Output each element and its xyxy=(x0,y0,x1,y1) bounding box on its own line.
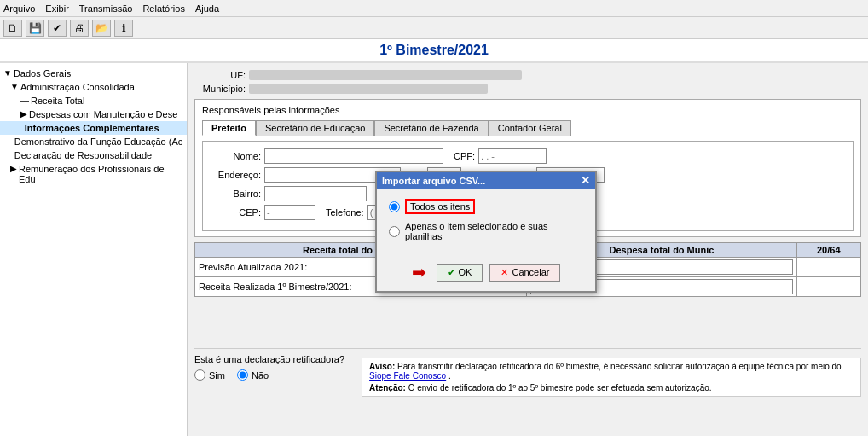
toggle-info xyxy=(20,123,23,132)
nome-label: Nome: xyxy=(210,151,261,161)
nome-row: Nome: CPF: xyxy=(210,148,846,164)
menu-bar: Arquivo Exibir Transmissão Relatórios Aj… xyxy=(0,0,868,17)
sidebar-item-declaracao[interactable]: Declaração de Responsabilidade xyxy=(0,148,187,162)
dialog-body: Todos os itens Apenas o item selecionado… xyxy=(377,189,595,259)
toolbar-info-btn[interactable]: ℹ xyxy=(114,20,133,37)
totals-pagination: 20/64 xyxy=(796,243,860,258)
toggle-admin: ▼ xyxy=(10,82,19,91)
aviso-content: Para transmitir declaração retificadora … xyxy=(397,362,842,371)
toggle-rem: ▶ xyxy=(10,164,17,173)
dialog-option2-row: Apenas o item selecionado e suas planilh… xyxy=(389,221,583,241)
sidebar-item-info-comp[interactable]: Informações Complementares xyxy=(0,121,187,135)
tab-secretario-edu[interactable]: Secretário de Educação xyxy=(256,120,374,136)
menu-transmissao[interactable]: Transmissão xyxy=(79,3,133,14)
tab-prefeito[interactable]: Prefeito xyxy=(202,120,256,136)
declaration-area: Esta é uma declaração retificadora? Sim … xyxy=(194,354,861,397)
sidebar-item-despesas[interactable]: ▶ Despesas com Manutenção e Dese xyxy=(0,108,187,121)
sidebar-label-decl: Declaração de Responsabilidade xyxy=(14,150,152,160)
radio-todos[interactable] xyxy=(389,201,400,212)
radio-nao-label[interactable]: Não xyxy=(237,369,269,381)
endereco-label: Endereço: xyxy=(210,170,261,180)
cpf-label: CPF: xyxy=(454,151,475,161)
sidebar-label-receita: Receita Total xyxy=(31,96,84,106)
cancel-x-icon: ✕ xyxy=(501,267,508,278)
declaration-question-area: Esta é uma declaração retificadora? Sim … xyxy=(194,354,344,381)
sidebar: ▼ Dados Gerais ▼ Administração Consolida… xyxy=(0,63,188,436)
sidebar-item-demonstrativo[interactable]: Demonstrativo da Função Educação (Ac xyxy=(0,135,187,148)
sidebar-label-rem: Remuneração dos Profissionais de Edu xyxy=(19,164,183,184)
toggle-despesas: ▶ xyxy=(20,109,27,119)
dialog-cancel-btn[interactable]: ✕ Cancelar xyxy=(489,264,560,282)
atencao-prefix: Atenção: xyxy=(369,383,406,392)
sidebar-label-dem: Demonstrativo da Função Educação (Ac xyxy=(14,137,183,147)
siope-link[interactable]: Siope Fale Conosco xyxy=(369,371,446,381)
declaration-question: Esta é uma declaração retificadora? xyxy=(194,354,344,364)
aviso-prefix: Aviso: xyxy=(369,362,395,371)
aviso-suffix: . xyxy=(448,371,451,381)
radio-sim[interactable] xyxy=(194,369,205,381)
sidebar-label-info: Informações Complementares xyxy=(25,123,159,133)
cpf-input[interactable] xyxy=(478,148,547,164)
municipio-row: Município: xyxy=(194,84,861,94)
cep-input[interactable] xyxy=(264,205,315,220)
atencao-content: O envio de retificadora do 1º ao 5º bime… xyxy=(408,383,712,392)
radio-apenas-label: Apenas o item selecionado e suas planilh… xyxy=(405,221,583,241)
uf-row: UF: xyxy=(194,70,861,80)
sidebar-item-admin-consolidada[interactable]: ▼ Administração Consolidada xyxy=(0,80,187,94)
municipio-value xyxy=(249,84,488,94)
dialog-titlebar: Importar arquivo CSV... ✕ xyxy=(377,172,595,189)
arrow-icon: ➡ xyxy=(412,262,426,282)
dialog-close-btn[interactable]: ✕ xyxy=(581,175,590,186)
sidebar-item-receita-total[interactable]: — Receita Total xyxy=(0,94,187,108)
atencao-text: Atenção: O envio de retificadora do 1º a… xyxy=(369,383,854,392)
page-title: 1º Bimestre/2021 xyxy=(0,39,868,63)
totals-row2-extra xyxy=(796,277,860,297)
sidebar-item-dados-gerais[interactable]: ▼ Dados Gerais xyxy=(0,67,187,80)
sidebar-label-dados-gerais: Dados Gerais xyxy=(14,68,71,78)
ok-check-icon: ✔ xyxy=(448,267,455,278)
telefone-label: Telefone: xyxy=(326,207,364,218)
menu-relatorios[interactable]: Relatórios xyxy=(142,3,185,14)
bairro-label: Bairro: xyxy=(210,189,261,199)
toggle-receita: — xyxy=(20,96,29,105)
bottom-area: Esta é uma declaração retificadora? Sim … xyxy=(194,348,861,397)
menu-exibir[interactable]: Exibir xyxy=(45,3,69,14)
dialog-title: Importar arquivo CSV... xyxy=(382,176,485,186)
sidebar-item-remuneracao[interactable]: ▶ Remuneração dos Profissionais de Edu xyxy=(0,162,187,186)
toolbar-check-btn[interactable]: ✔ xyxy=(48,20,67,37)
nome-input[interactable] xyxy=(264,148,443,164)
toolbar-new-btn[interactable]: 🗋 xyxy=(3,20,22,37)
csv-dialog: Importar arquivo CSV... ✕ Todos os itens… xyxy=(375,171,597,293)
dialog-ok-btn[interactable]: ✔ OK xyxy=(437,264,483,282)
tab-contador[interactable]: Contador Geral xyxy=(489,120,571,136)
toggle-dem xyxy=(10,137,13,146)
toggle-decl xyxy=(10,150,13,160)
sidebar-label-despesas: Despesas com Manutenção e Dese xyxy=(29,109,177,119)
menu-arquivo[interactable]: Arquivo xyxy=(3,3,35,14)
dialog-option1-row: Todos os itens xyxy=(389,199,583,214)
uf-value xyxy=(249,70,522,80)
totals-row1-extra xyxy=(796,258,860,277)
municipio-label: Município: xyxy=(194,84,246,94)
radio-todos-label: Todos os itens xyxy=(405,199,475,214)
toggle-dados-gerais: ▼ xyxy=(3,68,12,78)
aviso-text: Aviso: Para transmitir declaração retifi… xyxy=(369,362,854,381)
dialog-footer: ➡ ✔ OK ✕ Cancelar xyxy=(377,259,595,291)
radio-row: Sim Não xyxy=(194,369,344,381)
notice-box: Aviso: Para transmitir declaração retifi… xyxy=(362,358,861,397)
responsaveis-title: Responsáveis pelas informações xyxy=(202,105,854,115)
cep-label: CEP: xyxy=(210,207,261,218)
toolbar: 🗋 💾 ✔ 🖨 📂 ℹ xyxy=(0,17,868,39)
tab-secretario-faz[interactable]: Secretário de Fazenda xyxy=(374,120,488,136)
tabs-container: Prefeito Secretário de Educação Secretár… xyxy=(202,120,854,136)
uf-label: UF: xyxy=(194,70,246,80)
toolbar-folder-btn[interactable]: 📂 xyxy=(92,20,111,37)
toolbar-save-btn[interactable]: 💾 xyxy=(26,20,44,37)
radio-nao[interactable] xyxy=(237,369,248,381)
toolbar-print-btn[interactable]: 🖨 xyxy=(70,20,89,37)
sidebar-label-admin: Administração Consolidada xyxy=(20,82,135,92)
menu-ajuda[interactable]: Ajuda xyxy=(195,3,219,14)
bairro-input[interactable] xyxy=(264,186,367,201)
radio-sim-label[interactable]: Sim xyxy=(194,369,225,381)
radio-apenas[interactable] xyxy=(389,226,400,237)
